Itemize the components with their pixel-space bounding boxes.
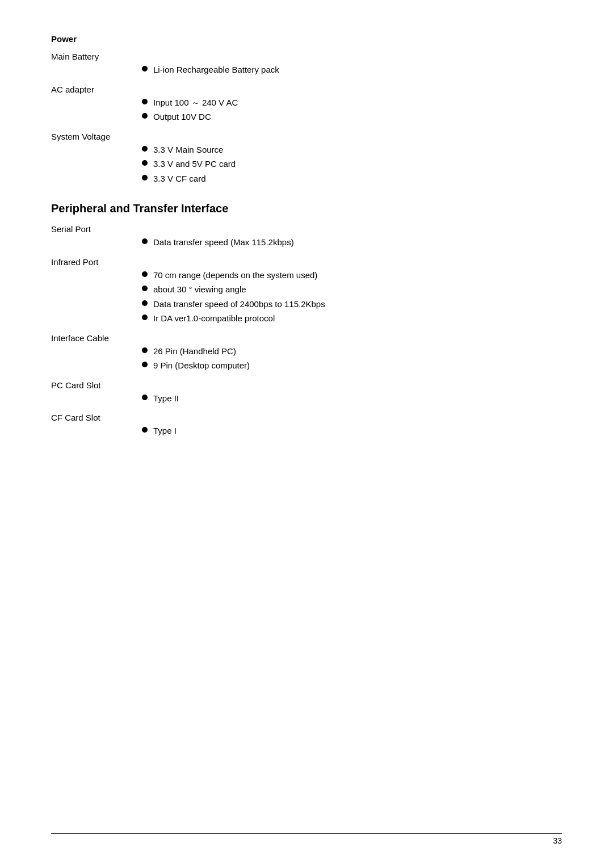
interface-cable-label: Interface Cable xyxy=(51,333,562,343)
bullet-icon xyxy=(142,286,148,291)
infrared-port-block: Infrared Port 70 cm range (depends on th… xyxy=(51,257,562,325)
infrared-port-list: 70 cm range (depends on the system used)… xyxy=(51,269,562,325)
list-item: 3.3 V and 5V PC card xyxy=(51,158,562,171)
bullet-icon xyxy=(142,300,148,306)
list-item: 70 cm range (depends on the system used) xyxy=(51,269,562,282)
pc-card-slot-block: PC Card Slot Type II xyxy=(51,380,562,405)
main-battery-label: Main Battery xyxy=(51,52,562,61)
pc-card-slot-list: Type II xyxy=(51,392,562,405)
bullet-icon xyxy=(142,427,148,433)
power-heading: Power xyxy=(51,34,562,44)
list-item-text: 26 Pin (Handheld PC) xyxy=(153,345,236,358)
main-battery-block: Main Battery Li-ion Rechargeable Battery… xyxy=(51,52,562,77)
bullet-icon xyxy=(142,66,148,72)
list-item: about 30 ° viewing angle xyxy=(51,283,562,296)
list-item: Type II xyxy=(51,392,562,405)
interface-cable-list: 26 Pin (Handheld PC) 9 Pin (Desktop comp… xyxy=(51,345,562,372)
bullet-icon xyxy=(142,395,148,400)
bottom-divider xyxy=(51,833,562,834)
list-item: 26 Pin (Handheld PC) xyxy=(51,345,562,358)
infrared-port-label: Infrared Port xyxy=(51,257,562,267)
list-item-text: Output 10V DC xyxy=(153,111,211,124)
list-item-text: 9 Pin (Desktop computer) xyxy=(153,359,250,372)
ac-adapter-list: Input 100 ～ 240 V AC Output 10V DC xyxy=(51,97,562,124)
list-item: Output 10V DC xyxy=(51,111,562,124)
list-item-text: Input 100 ～ 240 V AC xyxy=(153,97,238,110)
bullet-icon xyxy=(142,347,148,353)
ac-adapter-block: AC adapter Input 100 ～ 240 V AC Output 1… xyxy=(51,85,562,124)
ac-adapter-label: AC adapter xyxy=(51,85,562,94)
bullet-icon xyxy=(142,160,148,166)
list-item-text: Data transfer speed of 2400bps to 115.2K… xyxy=(153,298,325,311)
system-voltage-list: 3.3 V Main Source 3.3 V and 5V PC card 3… xyxy=(51,144,562,186)
list-item: 3.3 V Main Source xyxy=(51,144,562,157)
list-item-text: 3.3 V CF card xyxy=(153,173,206,186)
main-battery-list: Li-ion Rechargeable Battery pack xyxy=(51,64,562,77)
list-item: Ir DA ver1.0-compatible protocol xyxy=(51,312,562,325)
cf-card-slot-label: CF Card Slot xyxy=(51,413,562,422)
list-item-text: Type I xyxy=(153,425,177,438)
serial-port-list: Data transfer speed (Max 115.2kbps) xyxy=(51,236,562,249)
list-item: Li-ion Rechargeable Battery pack xyxy=(51,64,562,77)
list-item-text: 3.3 V Main Source xyxy=(153,144,223,157)
bullet-icon xyxy=(142,362,148,367)
serial-port-block: Serial Port Data transfer speed (Max 115… xyxy=(51,224,562,249)
cf-card-slot-block: CF Card Slot Type I xyxy=(51,413,562,438)
page-number: 33 xyxy=(553,836,562,845)
bullet-icon xyxy=(142,175,148,181)
list-item: Type I xyxy=(51,425,562,438)
cf-card-slot-list: Type I xyxy=(51,425,562,438)
list-item-text: 70 cm range (depends on the system used) xyxy=(153,269,317,282)
page: Power Main Battery Li-ion Rechargeable B… xyxy=(0,0,613,868)
system-voltage-label: System Voltage xyxy=(51,132,562,141)
pc-card-slot-label: PC Card Slot xyxy=(51,380,562,390)
list-item: Data transfer speed of 2400bps to 115.2K… xyxy=(51,298,562,311)
list-item-text: about 30 ° viewing angle xyxy=(153,283,246,296)
list-item: 9 Pin (Desktop computer) xyxy=(51,359,562,372)
peripheral-section: Peripheral and Transfer Interface Serial… xyxy=(51,202,562,438)
peripheral-heading: Peripheral and Transfer Interface xyxy=(51,202,562,215)
power-section: Power Main Battery Li-ion Rechargeable B… xyxy=(51,34,562,185)
bullet-icon xyxy=(142,146,148,152)
list-item-text: Type II xyxy=(153,392,179,405)
bullet-icon xyxy=(142,113,148,119)
list-item-text: 3.3 V and 5V PC card xyxy=(153,158,236,171)
bullet-icon xyxy=(142,315,148,320)
interface-cable-block: Interface Cable 26 Pin (Handheld PC) 9 P… xyxy=(51,333,562,372)
list-item-text: Data transfer speed (Max 115.2kbps) xyxy=(153,236,294,249)
bullet-icon xyxy=(142,238,148,244)
list-item-text: Li-ion Rechargeable Battery pack xyxy=(153,64,279,77)
list-item: Input 100 ～ 240 V AC xyxy=(51,97,562,110)
bullet-icon xyxy=(142,99,148,104)
serial-port-label: Serial Port xyxy=(51,224,562,234)
list-item: 3.3 V CF card xyxy=(51,173,562,186)
list-item-text: Ir DA ver1.0-compatible protocol xyxy=(153,312,275,325)
bullet-icon xyxy=(142,271,148,277)
system-voltage-block: System Voltage 3.3 V Main Source 3.3 V a… xyxy=(51,132,562,186)
list-item: Data transfer speed (Max 115.2kbps) xyxy=(51,236,562,249)
